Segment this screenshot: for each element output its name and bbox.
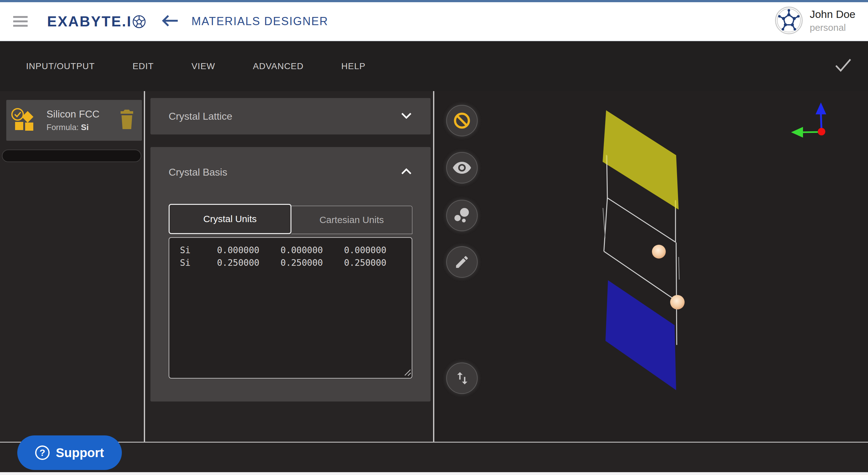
atom-sphere bbox=[652, 245, 666, 259]
plane-yellow bbox=[602, 110, 679, 210]
material-name: Silicon FCC bbox=[46, 108, 120, 120]
bottom-strip bbox=[0, 472, 868, 475]
app-header: EXABYTE.I MATERIALS DESIGNER bbox=[0, 2, 868, 41]
soccer-ball-logo-icon bbox=[132, 15, 146, 30]
atoms-tool-button[interactable] bbox=[446, 200, 478, 231]
crystal-lattice-panel: Crystal Lattice bbox=[150, 98, 431, 135]
crystal-scene bbox=[434, 91, 868, 442]
crystal-basis-header[interactable]: Crystal Basis bbox=[150, 147, 431, 197]
page-title: MATERIALS DESIGNER bbox=[192, 15, 328, 28]
eye-icon bbox=[453, 161, 471, 174]
chevron-down-icon[interactable] bbox=[401, 113, 412, 120]
atoms-icon bbox=[453, 207, 471, 224]
material-icon bbox=[13, 111, 33, 130]
menubar: INPUT/OUTPUT EDIT VIEW ADVANCED HELP bbox=[0, 41, 868, 91]
block-icon bbox=[453, 112, 471, 129]
save-check-icon[interactable] bbox=[835, 58, 852, 74]
visibility-tool-button[interactable] bbox=[446, 152, 478, 183]
back-arrow-icon[interactable] bbox=[162, 14, 178, 28]
basis-coordinates-textarea[interactable]: Si 0.000000 0.000000 0.000000 Si 0.25000… bbox=[168, 237, 412, 379]
user-account: personal bbox=[810, 22, 856, 33]
chevron-up-icon[interactable] bbox=[401, 168, 412, 176]
menu-view[interactable]: VIEW bbox=[192, 61, 215, 71]
support-button[interactable]: ? Support bbox=[17, 436, 122, 470]
editor-column: Crystal Lattice Crystal Basis Crystal Un… bbox=[145, 91, 433, 442]
crystal-basis-panel: Crystal Basis Crystal Units Cartesian Un… bbox=[150, 147, 431, 402]
sidebar-scrollbar[interactable] bbox=[2, 150, 141, 162]
hamburger-bar bbox=[13, 21, 28, 22]
units-tabs: Crystal Units Cartesian Units bbox=[168, 204, 412, 234]
user-name: John Doe bbox=[810, 8, 856, 21]
edit-tool-button[interactable] bbox=[446, 246, 478, 278]
avatar-fullerene-icon bbox=[775, 7, 803, 34]
import-export-tool-button[interactable] bbox=[446, 362, 478, 394]
user-menu[interactable]: John Doe personal bbox=[775, 7, 856, 34]
exabyte-logo[interactable]: EXABYTE.I bbox=[47, 13, 146, 30]
top-accent-strip bbox=[0, 0, 868, 2]
tab-crystal-units[interactable]: Crystal Units bbox=[168, 204, 291, 234]
hamburger-menu-icon[interactable] bbox=[13, 13, 28, 29]
support-label: Support bbox=[56, 446, 104, 460]
materials-sidebar: Silicon FCC Formula: Si bbox=[0, 91, 144, 442]
crystal-lattice-header[interactable]: Crystal Lattice bbox=[150, 98, 431, 135]
delete-material-icon[interactable] bbox=[120, 109, 134, 131]
menu-edit[interactable]: EDIT bbox=[132, 61, 154, 71]
atom-sphere bbox=[670, 295, 685, 309]
axes-gizmo bbox=[791, 102, 826, 138]
block-tool-button[interactable] bbox=[446, 105, 478, 136]
crystal-lattice-title: Crystal Lattice bbox=[168, 111, 232, 122]
tab-cartesian-units[interactable]: Cartesian Units bbox=[291, 206, 413, 234]
pencil-icon bbox=[454, 254, 470, 270]
plane-blue bbox=[606, 280, 676, 390]
question-mark-icon: ? bbox=[35, 445, 50, 460]
material-formula: Formula: Si bbox=[46, 122, 120, 132]
menu-input-output[interactable]: INPUT/OUTPUT bbox=[26, 61, 95, 71]
material-list-item[interactable]: Silicon FCC Formula: Si bbox=[6, 100, 142, 141]
3d-viewport-canvas[interactable] bbox=[434, 91, 868, 442]
crystal-basis-title: Crystal Basis bbox=[168, 167, 227, 178]
logo-text: EXABYTE.I bbox=[47, 13, 132, 30]
menu-advanced[interactable]: ADVANCED bbox=[253, 61, 304, 71]
footer bbox=[0, 443, 868, 472]
hamburger-bar bbox=[13, 16, 28, 18]
hamburger-bar bbox=[13, 25, 28, 27]
menu-help[interactable]: HELP bbox=[341, 61, 366, 71]
import-export-icon bbox=[454, 370, 470, 386]
